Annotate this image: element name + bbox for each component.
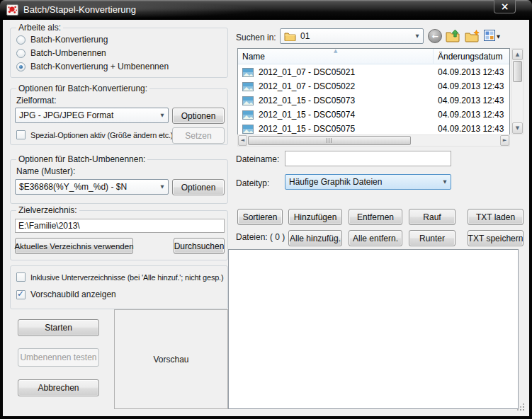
- image-thumbnail-icon: [242, 125, 254, 134]
- format-options-button[interactable]: Optionen: [172, 108, 225, 124]
- use-current-directory-button[interactable]: Aktuelles Verzeichnis verwenden: [15, 238, 133, 254]
- radio-batch-conversion[interactable]: Batch-Konvertierung: [16, 35, 108, 45]
- scroll-up-icon: ▲: [516, 52, 519, 57]
- window-title: Batch/Stapel-Konvertierung: [23, 4, 136, 15]
- file-row[interactable]: 2012_01_07 - DSC05021 04.09.2013 12:43: [239, 65, 509, 79]
- group-work-mode: Arbeite als: Batch-Konvertierung Batch-U…: [10, 28, 228, 78]
- filename-label: Dateiname:: [236, 154, 279, 164]
- column-header-name[interactable]: Name ▲: [238, 49, 433, 64]
- group-work-mode-title: Arbeite als:: [16, 23, 63, 33]
- filetype-label: Dateityp:: [236, 178, 269, 188]
- group-conversion-options-title: Optionen für Batch-Konvertierung:: [16, 84, 149, 93]
- special-options-checkbox[interactable]: Spezial-Optionen aktiv (Größe ändern etc…: [16, 130, 173, 139]
- view-menu-button[interactable]: [484, 30, 495, 44]
- title-bar[interactable]: Batch/Stapel-Konvertierung ×: [0, 0, 532, 20]
- scroll-down-icon: ▼: [516, 126, 519, 131]
- cancel-button[interactable]: Abbrechen: [18, 379, 99, 396]
- load-txt-button[interactable]: TXT laden: [468, 209, 523, 225]
- file-browser-list: Name ▲ Änderungsdatum 2012_01_07 - DSC05…: [237, 48, 510, 147]
- thumb-grip: [327, 138, 333, 143]
- group-conversion-options: Optionen für Batch-Konvertierung: Zielfo…: [10, 88, 228, 145]
- scroll-left-button[interactable]: ◄: [238, 135, 247, 146]
- folder-icon: [284, 32, 296, 41]
- target-format-label: Zielformat:: [16, 96, 57, 105]
- add-all-button[interactable]: Alle hinzufüg.: [288, 230, 342, 246]
- scroll-down-button[interactable]: ▼: [512, 122, 523, 134]
- remove-all-button[interactable]: Alle entfern.: [349, 230, 402, 246]
- group-rename-options-title: Optionen für Batch-Umbenennen:: [16, 154, 147, 164]
- radio-icon: [16, 49, 26, 58]
- files-count-label: Dateien: ( 0 ): [236, 232, 285, 242]
- file-row[interactable]: 2012_01_07 - DSC05022 04.09.2013 12:43: [239, 79, 509, 93]
- image-thumbnail-icon: [242, 68, 254, 77]
- chevron-down-icon: ▼: [412, 33, 423, 39]
- image-thumbnail-icon: [242, 96, 254, 105]
- image-thumbnail-icon: [242, 110, 254, 120]
- radio-batch-conversion-rename[interactable]: Batch-Konvertierung + Umbenennen: [16, 62, 169, 71]
- image-thumbnail-icon: [242, 82, 254, 91]
- scroll-up-button[interactable]: ▲: [512, 49, 523, 60]
- test-rename-button: Umbenennen testen: [18, 348, 99, 367]
- horizontal-scrollbar[interactable]: ◄ ►: [237, 134, 510, 147]
- resize-grip[interactable]: [516, 402, 526, 412]
- checkbox-icon: [16, 130, 26, 139]
- irfanview-app-icon: [6, 4, 18, 16]
- vertical-scrollbar-thumb[interactable]: [513, 61, 522, 82]
- save-txt-button[interactable]: TXT speichern: [468, 230, 523, 246]
- preview-label: Vorschau: [153, 355, 188, 365]
- radio-icon: [16, 35, 26, 45]
- filename-input[interactable]: [285, 151, 451, 166]
- checkbox-icon: [16, 272, 26, 282]
- scroll-left-icon: ◄: [241, 138, 244, 143]
- sort-ascending-icon: ▲: [334, 48, 337, 54]
- view-menu-caret-icon[interactable]: ▼: [497, 34, 500, 40]
- add-button[interactable]: Hinzufügen: [288, 209, 342, 225]
- close-button[interactable]: ×: [494, 0, 516, 13]
- file-row[interactable]: 2012_01_15 - DSC05075 04.09.2013 12:43: [239, 122, 509, 136]
- set-special-options-button: Setzen: [172, 127, 225, 144]
- chevron-down-icon: ▼: [439, 179, 451, 185]
- batch-conversion-dialog: Batch/Stapel-Konvertierung × Arbeite als…: [0, 0, 532, 419]
- group-target-directory-title: Zielverzeichnis:: [16, 205, 79, 215]
- scroll-right-button[interactable]: ►: [500, 135, 509, 146]
- remove-button[interactable]: Entfernen: [349, 209, 402, 225]
- radio-selected-icon: [16, 62, 26, 71]
- browse-button[interactable]: Durchsuchen: [174, 238, 225, 254]
- vertical-scrollbar[interactable]: ▲ ▼: [511, 48, 523, 134]
- new-folder-button[interactable]: [465, 30, 480, 45]
- move-down-button[interactable]: Runter: [409, 230, 455, 246]
- target-directory-input[interactable]: [15, 219, 225, 233]
- sort-button[interactable]: Sortieren: [237, 209, 283, 225]
- back-button[interactable]: ←: [428, 29, 442, 43]
- up-one-level-button[interactable]: [446, 29, 461, 45]
- column-header-modified[interactable]: Änderungsdatum: [433, 49, 509, 64]
- file-row[interactable]: 2012_01_15 - DSC05073 04.09.2013 12:43: [239, 93, 509, 108]
- group-target-directory: Zielverzeichnis: Aktuelles Verzeichnis v…: [10, 210, 228, 260]
- rename-options-button[interactable]: Optionen: [172, 179, 225, 195]
- include-subdirs-checkbox[interactable]: Inklusive Unterverzeichnisse (bei 'Alle …: [16, 272, 223, 282]
- file-row[interactable]: 2012_01_15 - DSC05074 04.09.2013 12:43: [239, 108, 509, 122]
- chevron-down-icon: ▼: [157, 184, 168, 190]
- scroll-right-icon: ►: [503, 138, 506, 143]
- name-pattern-label: Name (Muster):: [16, 166, 75, 176]
- horizontal-scrollbar-thumb[interactable]: [248, 136, 411, 145]
- start-button[interactable]: Starten: [18, 319, 99, 336]
- back-arrow-icon: ←: [431, 33, 438, 40]
- look-in-select[interactable]: 01 ▼: [280, 28, 424, 44]
- group-misc-options: Inklusive Unterverzeichnisse (bei 'Alle …: [10, 265, 228, 309]
- show-preview-checkbox[interactable]: ✓ Vorschaubild anzeigen: [16, 289, 116, 299]
- look-in-label: Suchen in:: [236, 33, 276, 42]
- chevron-down-icon: ▼: [157, 113, 168, 118]
- move-up-button[interactable]: Rauf: [409, 209, 455, 225]
- name-pattern-select[interactable]: $E36868(%Y_%m_%d) - $N ▼: [15, 179, 169, 195]
- preview-panel: Vorschau: [114, 309, 228, 409]
- group-rename-options: Optionen für Batch-Umbenennen: Name (Mus…: [10, 159, 228, 204]
- selected-files-list[interactable]: [228, 249, 519, 409]
- filetype-select[interactable]: Häufige Graphik Dateien ▼: [285, 174, 451, 190]
- checkbox-checked-icon: ✓: [16, 290, 26, 299]
- target-format-select[interactable]: JPG - JPG/JPEG Format ▼: [15, 108, 169, 123]
- close-icon: ×: [501, 1, 509, 11]
- radio-batch-rename[interactable]: Batch-Umbenennen: [16, 48, 106, 58]
- list-header: Name ▲ Änderungsdatum: [238, 49, 509, 64]
